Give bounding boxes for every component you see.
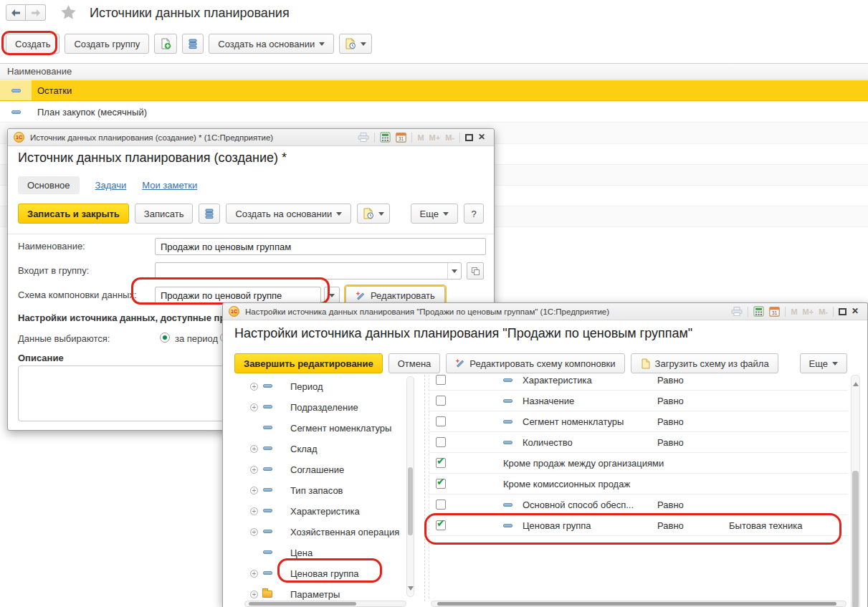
memory-m-button[interactable]: M bbox=[791, 307, 797, 316]
tree-item-nomenclature-segment[interactable]: Сегмент номенклатуры bbox=[234, 418, 405, 439]
list-settings-button[interactable] bbox=[182, 34, 204, 54]
memory-m-button[interactable]: M bbox=[417, 133, 424, 142]
tree-item-stock-type[interactable]: Тип запасов bbox=[234, 480, 405, 501]
tree-item-department[interactable]: Подразделение bbox=[234, 397, 405, 418]
group-dropdown-button[interactable] bbox=[447, 263, 461, 279]
tree-item-characteristic[interactable]: Характеристика bbox=[234, 501, 405, 522]
conditions-hscrollbar[interactable] bbox=[431, 601, 846, 607]
close-icon[interactable] bbox=[478, 133, 487, 142]
edit-composition-scheme-button[interactable]: Редактировать схему компоновки bbox=[446, 353, 624, 373]
tree-item-warehouse[interactable]: Склад bbox=[234, 439, 405, 459]
back-button[interactable] bbox=[6, 4, 26, 21]
more-button[interactable]: Еще bbox=[800, 353, 847, 373]
condition-row[interactable]: Количество Равно bbox=[429, 432, 848, 453]
forward-button[interactable] bbox=[26, 4, 46, 21]
list-column-header[interactable]: Наименование bbox=[0, 63, 868, 80]
expand-icon[interactable] bbox=[250, 466, 258, 474]
condition-row[interactable]: Назначение Равно bbox=[429, 391, 848, 411]
tree-item-parameters[interactable]: Параметры bbox=[234, 584, 405, 601]
condition-label: Сегмент номенклатуры bbox=[523, 416, 624, 427]
tab-tasks[interactable]: Задачи bbox=[95, 180, 127, 191]
expand-icon[interactable] bbox=[250, 487, 258, 494]
calculator-icon[interactable] bbox=[753, 306, 764, 317]
expand-icon[interactable] bbox=[250, 403, 258, 411]
conditions-scrollbar[interactable] bbox=[851, 375, 860, 607]
checkbox-checked[interactable] bbox=[436, 520, 446, 530]
checkbox-checked[interactable] bbox=[436, 458, 446, 468]
checkbox[interactable] bbox=[436, 396, 446, 406]
expand-icon[interactable] bbox=[250, 445, 258, 453]
calendar-icon[interactable]: 31 bbox=[396, 132, 406, 143]
history-menu-button[interactable] bbox=[357, 204, 390, 224]
cancel-button[interactable]: Отмена bbox=[388, 353, 441, 373]
tree-scrollbar-thumb[interactable] bbox=[408, 467, 413, 535]
calculator-icon[interactable] bbox=[380, 132, 391, 143]
create-based-on-button[interactable]: Создать на основании bbox=[209, 34, 334, 54]
tree-item-agreement[interactable]: Соглашение bbox=[234, 459, 405, 480]
more-button[interactable]: Еще bbox=[411, 204, 458, 224]
tree-scrollbar[interactable] bbox=[406, 376, 414, 597]
dialog2-titlebar[interactable]: Настройки источника данных планирования … bbox=[223, 303, 867, 320]
tree-hscrollbar[interactable] bbox=[244, 601, 406, 607]
condition-row[interactable]: Кроме продаж между организациями bbox=[429, 453, 848, 474]
calendar-icon[interactable]: 31 bbox=[769, 306, 780, 317]
checkbox-checked[interactable] bbox=[436, 479, 446, 489]
checkbox[interactable] bbox=[436, 500, 446, 510]
memory-mminus-button[interactable]: M- bbox=[445, 133, 454, 142]
name-input[interactable] bbox=[156, 239, 485, 254]
favorite-star-icon[interactable] bbox=[60, 4, 77, 22]
scheme-dropdown-button[interactable] bbox=[324, 287, 340, 304]
conditions-scrollbar-thumb[interactable] bbox=[852, 471, 859, 607]
scroll-down-icon[interactable] bbox=[408, 586, 414, 593]
tab-main[interactable]: Основное bbox=[18, 176, 80, 194]
expand-icon[interactable] bbox=[250, 507, 258, 515]
close-icon[interactable] bbox=[852, 307, 860, 316]
save-and-close-button[interactable]: Записать и закрыть bbox=[18, 204, 129, 224]
checkbox[interactable] bbox=[436, 437, 446, 447]
dialog1-titlebar[interactable]: Источник данных планирования (создание) … bbox=[8, 129, 494, 146]
checkbox[interactable] bbox=[436, 416, 446, 426]
group-input[interactable] bbox=[156, 263, 447, 279]
conditions-hscrollbar-thumb[interactable] bbox=[437, 602, 836, 606]
finish-editing-button[interactable]: Завершить редактирование bbox=[234, 353, 383, 373]
list-row[interactable]: План закупок (месячный) bbox=[0, 102, 868, 123]
create-based-on-button[interactable]: Создать на основании bbox=[226, 204, 351, 224]
create-button[interactable]: Создать bbox=[6, 34, 59, 54]
save-button[interactable]: Записать bbox=[135, 204, 194, 224]
memory-mminus-button[interactable]: M- bbox=[819, 307, 828, 316]
checkbox[interactable] bbox=[436, 375, 446, 385]
group-open-button[interactable] bbox=[467, 262, 484, 279]
help-button[interactable]: ? bbox=[464, 204, 484, 224]
tree-item-business-operation[interactable]: Хозяйственная операция bbox=[234, 522, 405, 543]
tree-item-period[interactable]: Период bbox=[234, 376, 405, 397]
create-group-button[interactable]: Создать группу bbox=[65, 34, 149, 54]
condition-row[interactable]: Основной способ обесп... Равно bbox=[429, 494, 848, 515]
scroll-up-icon[interactable] bbox=[853, 379, 859, 386]
maximize-icon[interactable] bbox=[839, 308, 846, 315]
condition-row-price-group[interactable]: Ценовая группа Равно Бытовая техника bbox=[429, 515, 848, 536]
print-icon[interactable] bbox=[731, 307, 743, 316]
list-settings-button[interactable] bbox=[199, 204, 220, 224]
memory-mplus-button[interactable]: M+ bbox=[803, 307, 814, 316]
copy-button[interactable] bbox=[154, 34, 177, 54]
condition-row[interactable]: Сегмент номенклатуры Равно bbox=[429, 411, 848, 432]
tree-item-price-group[interactable]: Ценовая группа bbox=[234, 563, 405, 584]
list-row-selected[interactable]: Остатки bbox=[0, 80, 868, 101]
memory-mplus-button[interactable]: M+ bbox=[429, 133, 441, 142]
expand-icon[interactable] bbox=[250, 528, 258, 536]
tree-hscrollbar-thumb[interactable] bbox=[249, 602, 356, 606]
panel-splitter[interactable] bbox=[424, 375, 425, 601]
load-scheme-button[interactable]: Загрузить схему из файла bbox=[631, 353, 778, 373]
expand-icon[interactable] bbox=[250, 383, 258, 391]
print-icon[interactable] bbox=[358, 133, 369, 142]
tree-item-price[interactable]: Цена bbox=[234, 543, 405, 563]
tab-notes[interactable]: Мои заметки bbox=[142, 180, 197, 191]
expand-icon[interactable] bbox=[250, 591, 258, 598]
radio-for-period[interactable] bbox=[160, 333, 170, 343]
condition-row[interactable]: Кроме комиссионных продаж bbox=[429, 474, 848, 494]
maximize-icon[interactable] bbox=[465, 134, 473, 141]
expand-icon[interactable] bbox=[250, 570, 258, 578]
scheme-input[interactable] bbox=[156, 287, 320, 303]
condition-row[interactable]: Характеристика Равно bbox=[429, 375, 848, 391]
history-menu-button[interactable] bbox=[339, 34, 372, 54]
